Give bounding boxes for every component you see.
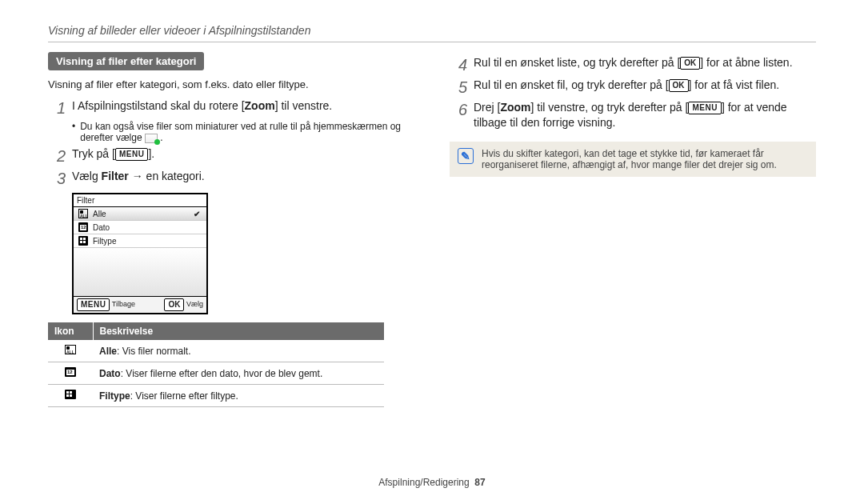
album-icon	[145, 134, 158, 143]
ok-key-icon: OK	[164, 298, 184, 311]
step-number: 6	[450, 100, 467, 119]
step-1: 1I Afspilningstilstand skal du rotere [Z…	[48, 98, 414, 118]
step-bullet: Du kan også vise filer som miniaturer ve…	[72, 121, 414, 143]
step-number: 5	[450, 78, 467, 97]
camera-empty-area	[74, 248, 206, 296]
camera-row-type: Filtype	[74, 234, 206, 248]
page-footer: Afspilning/Redigering 87	[0, 477, 864, 488]
table-head-icon: Ikon	[48, 322, 93, 340]
menu-key-icon: MENU	[77, 298, 110, 311]
camera-footer-select: OK Vælg	[164, 298, 203, 311]
camera-filter-screen: Filter AlleDatoFiltype MENU Tilbage OK V…	[72, 193, 208, 314]
steps-right: 4Rul til en ønsket liste, og tryk dereft…	[450, 55, 816, 130]
step-2: 2Tryk på [MENU].	[48, 146, 414, 166]
ok-key-icon: OK	[669, 79, 689, 92]
camera-row-all: Alle	[74, 207, 206, 221]
filetype-icon	[78, 236, 88, 246]
step-text: Vælg Filter → en kategori.	[72, 169, 414, 184]
lead-text: Visning af filer efter kategori, som f.e…	[48, 78, 414, 90]
step-number: 4	[450, 55, 467, 74]
filetype-icon	[65, 390, 76, 399]
left-column: Visning af filer efter kategori Visning …	[48, 52, 414, 407]
step-text: Rul til en ønsket liste, og tryk derefte…	[474, 55, 816, 70]
menu-key-icon: MENU	[115, 148, 148, 161]
step-number: 3	[48, 169, 66, 188]
table-row: Dato: Viser filerne efter den dato, hvor…	[48, 362, 384, 385]
table-row: Alle: Vis filer normalt.	[48, 340, 384, 362]
subheading: Visning af filer efter kategori	[48, 52, 204, 70]
step-3: 3Vælg Filter → en kategori.	[48, 169, 414, 188]
step-4: 4Rul til en ønsket liste, og tryk dereft…	[450, 55, 816, 74]
step-text: Tryk på [MENU].	[72, 146, 414, 162]
table-row: Filtype: Viser filerne efter filtype.	[48, 385, 384, 407]
date-icon	[78, 222, 88, 232]
all-icon	[65, 345, 76, 354]
step-6: 6Drej [Zoom] til venstre, og tryk dereft…	[450, 100, 816, 130]
step-text: I Afspilningstilstand skal du rotere [Zo…	[72, 98, 414, 114]
all-icon	[78, 209, 88, 218]
camera-footer-back: MENU Tilbage	[77, 298, 135, 311]
step-text: Rul til en ønsket fil, og tryk derefter …	[474, 78, 816, 93]
note-text: Hvis du skifter kategori, kan det tage e…	[482, 148, 808, 170]
step-number: 2	[48, 146, 66, 166]
camera-title: Filter	[74, 194, 206, 207]
step-5: 5Rul til en ønsket fil, og tryk derefter…	[450, 78, 816, 97]
ok-key-icon: OK	[680, 57, 700, 70]
note-box: ✎ Hvis du skifter kategori, kan det tage…	[450, 142, 816, 177]
camera-row-date: Dato	[74, 221, 206, 234]
steps-left: 1I Afspilningstilstand skal du rotere [Z…	[48, 98, 414, 188]
icon-description-table: Ikon Beskrivelse Alle: Vis filer normalt…	[48, 322, 384, 407]
right-column: 4Rul til en ønsket liste, og tryk dereft…	[450, 52, 816, 407]
step-text: Drej [Zoom] til venstre, og tryk derefte…	[474, 100, 816, 130]
date-icon	[65, 367, 76, 377]
note-icon: ✎	[458, 148, 474, 164]
header-rule	[48, 42, 816, 42]
step-number: 1	[48, 98, 66, 118]
page-header: Visning af billeder eller videoer i Afsp…	[48, 24, 816, 37]
menu-key-icon: MENU	[688, 102, 721, 114]
table-head-desc: Beskrivelse	[93, 322, 384, 340]
